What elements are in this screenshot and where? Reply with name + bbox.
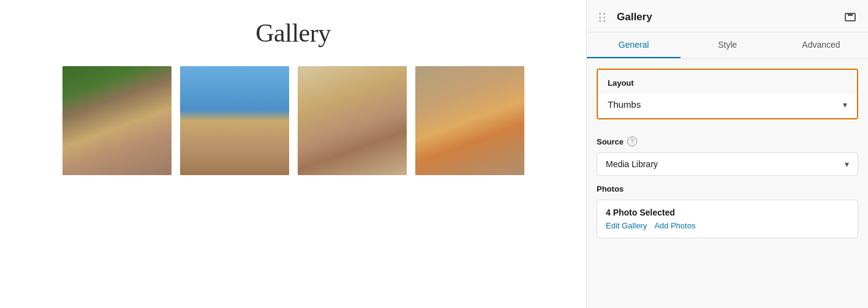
panel-body: Layout Thumbs ▾ Source ? Media Library ▾…	[587, 59, 868, 308]
photos-section: Photos 4 Photo Selected Edit Gallery Add…	[587, 184, 868, 248]
add-photos-link[interactable]: Add Photos	[654, 221, 695, 230]
tab-advanced[interactable]: Advanced	[774, 32, 868, 58]
photos-label: Photos	[597, 184, 858, 193]
panel-header-left: Gallery	[599, 11, 652, 23]
drag-handle	[599, 13, 606, 22]
tab-style[interactable]: Style	[681, 32, 774, 58]
chevron-down-icon: ▾	[843, 100, 847, 110]
tab-general[interactable]: General	[587, 32, 681, 58]
photo-item	[180, 66, 289, 175]
panel-header: Gallery	[587, 0, 868, 32]
photos-card: 4 Photo Selected Edit Gallery Add Photos	[597, 200, 858, 238]
source-value: Media Library	[606, 159, 658, 169]
layout-section: Layout Thumbs ▾	[597, 69, 858, 119]
photo-item	[62, 66, 172, 175]
settings-panel: Gallery General Style Advanced Layout Th…	[586, 0, 868, 308]
panel-title: Gallery	[617, 11, 652, 23]
layout-dropdown[interactable]: Thumbs ▾	[598, 92, 857, 118]
gallery-title: Gallery	[255, 18, 330, 48]
chevron-down-icon: ▾	[845, 159, 849, 169]
source-label-row: Source ?	[597, 137, 858, 146]
source-dropdown[interactable]: Media Library ▾	[597, 152, 858, 176]
main-content: Gallery	[0, 0, 586, 308]
source-section: Source ? Media Library ▾	[587, 129, 868, 176]
photo-item	[415, 66, 524, 175]
layout-label: Layout	[598, 70, 857, 92]
layout-value: Thumbs	[608, 99, 641, 110]
source-label: Source	[597, 137, 624, 146]
photo-grid	[62, 66, 524, 175]
photo-item	[298, 66, 407, 175]
edit-gallery-link[interactable]: Edit Gallery	[606, 221, 647, 230]
help-icon[interactable]: ?	[627, 137, 637, 146]
photos-selected-count: 4 Photo Selected	[606, 208, 849, 217]
window-icon[interactable]	[845, 13, 856, 21]
panel-tabs: General Style Advanced	[587, 32, 868, 59]
photos-links: Edit Gallery Add Photos	[606, 221, 849, 230]
